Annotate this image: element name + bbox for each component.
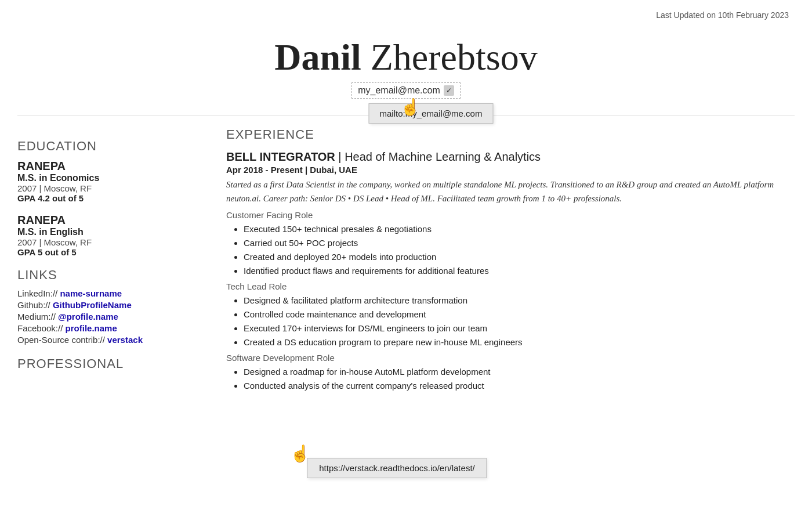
- job-bell-integrator: BELL INTEGRATOR | Head of Machine Learni…: [226, 150, 795, 393]
- main-layout: EDUCATION RANEPA M.S. in Economics 2007 …: [0, 115, 812, 399]
- experience-heading: EXPERIENCE: [226, 127, 795, 142]
- first-name: Danil: [274, 37, 361, 78]
- opensource-link[interactable]: verstack: [107, 335, 143, 345]
- edu-entry-1: RANEPA M.S. in Economics 2007 | Moscow, …: [17, 160, 203, 203]
- software-dev-role-label: Software Development Role: [226, 353, 795, 363]
- facebook-link[interactable]: profile.name: [66, 323, 117, 333]
- dropdown-arrow-icon[interactable]: ✓: [444, 85, 454, 96]
- linkedin-prefix: LinkedIn://: [17, 288, 57, 298]
- medium-prefix: Medium://: [17, 312, 56, 321]
- software-dev-bullets: Designed a roadmap for in-house AutoML p…: [226, 365, 795, 393]
- edu-entry-2: RANEPA M.S. in English 2007 | Moscow, RF…: [17, 214, 203, 257]
- year-location-1: 2007 | Moscow, RF: [17, 183, 203, 193]
- github-link[interactable]: GithubProfileName: [53, 300, 132, 310]
- links-heading: LINKS: [17, 268, 203, 283]
- opensource-prefix: Open-Source contrib://: [17, 335, 105, 345]
- gpa-1: GPA 4.2 out of 5: [17, 193, 203, 203]
- company-name: BELL INTEGRATOR: [226, 150, 335, 163]
- left-column: EDUCATION RANEPA M.S. in Economics 2007 …: [17, 127, 203, 399]
- bullet-item: Executed 150+ technical presales & negot…: [244, 222, 795, 236]
- url-tooltip: https://verstack.readthedocs.io/en/lates…: [307, 458, 487, 478]
- email-row: my_email@me.com ✓ mailto:my_email@me.com…: [0, 82, 812, 99]
- link-github: Github:// GithubProfileName: [17, 300, 203, 310]
- customer-facing-role-label: Customer Facing Role: [226, 210, 795, 220]
- medium-link[interactable]: @profile.name: [58, 312, 118, 321]
- right-column: EXPERIENCE BELL INTEGRATOR | Head of Mac…: [226, 127, 795, 399]
- tech-lead-role-label: Tech Lead Role: [226, 281, 795, 291]
- last-updated-label: Last Updated on 10th February 2023: [0, 0, 812, 20]
- bullet-item: Designed & facilitated platform architec…: [244, 294, 795, 308]
- degree-1: M.S. in Economics: [17, 173, 203, 183]
- linkedin-link[interactable]: name-surname: [60, 288, 122, 298]
- job-dates: Apr 2018 - Present | Dubai, UAE: [226, 165, 795, 175]
- year-location-2: 2007 | Moscow, RF: [17, 237, 203, 247]
- bullet-item: Created a DS education program to prepar…: [244, 335, 795, 349]
- link-facebook: Facebook:// profile.name: [17, 323, 203, 333]
- job-role: Head of Machine Learning & Analytics: [345, 150, 541, 163]
- link-linkedin: LinkedIn:// name-surname: [17, 288, 203, 298]
- bullet-item: Conducted analysis of the current compan…: [244, 379, 795, 393]
- link-opensource: Open-Source contrib:// verstack: [17, 335, 203, 345]
- tech-lead-bullets: Designed & facilitated platform architec…: [226, 294, 795, 349]
- education-heading: EDUCATION: [17, 139, 203, 154]
- bullet-item: Identified product flaws and requirement…: [244, 264, 795, 278]
- email-button[interactable]: my_email@me.com ✓: [351, 82, 461, 99]
- bullet-item: Carried out 50+ POC projects: [244, 236, 795, 250]
- school-2-name: RANEPA: [17, 214, 203, 227]
- gpa-2: GPA 5 out of 5: [17, 247, 203, 257]
- job-title-row: BELL INTEGRATOR | Head of Machine Learni…: [226, 150, 795, 164]
- facebook-prefix: Facebook://: [17, 323, 63, 333]
- bullet-item: Executed 170+ interviews for DS/ML engin…: [244, 321, 795, 335]
- customer-facing-bullets: Executed 150+ technical presales & negot…: [226, 222, 795, 278]
- full-name: Danil Zherebtsov: [0, 37, 812, 78]
- resume-header: Danil Zherebtsov my_email@me.com ✓ mailt…: [0, 20, 812, 104]
- email-tooltip: mailto:my_email@me.com: [369, 103, 494, 124]
- github-prefix: Github://: [17, 300, 50, 310]
- bullet-item: Designed a roadmap for in-house AutoML p…: [244, 365, 795, 379]
- job-description: Started as a first Data Scientist in the…: [226, 178, 795, 205]
- link-medium: Medium:// @profile.name: [17, 312, 203, 321]
- bullet-item: Controlled code maintenance and developm…: [244, 308, 795, 321]
- degree-2: M.S. in English: [17, 227, 203, 237]
- school-1-name: RANEPA: [17, 160, 203, 173]
- email-text: my_email@me.com: [358, 85, 440, 96]
- bullet-item: Created and deployed 20+ models into pro…: [244, 250, 795, 264]
- professional-heading: PROFESSIONAL: [17, 356, 203, 371]
